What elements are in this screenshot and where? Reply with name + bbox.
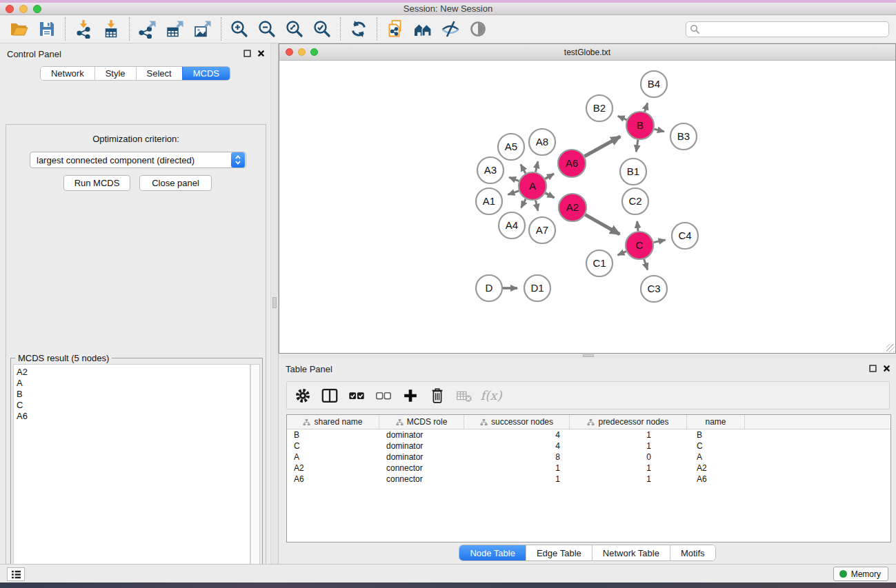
graph-node-B[interactable]: B: [626, 112, 654, 139]
column-header-predecessor-nodes[interactable]: predecessor nodes: [570, 415, 687, 429]
graph-node-D1[interactable]: D1: [524, 275, 550, 301]
zoom-fit-button[interactable]: [281, 17, 308, 41]
toolbar-separator: [65, 17, 66, 41]
graph-node-B4[interactable]: B4: [641, 71, 667, 97]
table-row[interactable]: A2connector11A2: [287, 463, 890, 474]
splitter-grip[interactable]: [583, 354, 594, 357]
graph-node-C1[interactable]: C1: [586, 250, 613, 276]
panel-splitter-vertical[interactable]: [270, 43, 279, 564]
import-network-button[interactable]: [70, 17, 97, 41]
attribute-tree-icon: [396, 418, 404, 426]
graph-node-C2[interactable]: C2: [622, 188, 648, 214]
graph-node-A5[interactable]: A5: [498, 134, 524, 160]
result-list-item[interactable]: A: [17, 378, 250, 389]
graph-node-C4[interactable]: C4: [672, 223, 698, 249]
run-mcds-button[interactable]: Run MCDS: [63, 175, 130, 191]
open-session-button[interactable]: [6, 17, 33, 41]
table-cell: 4: [464, 440, 570, 452]
graph-node-A4[interactable]: A4: [499, 212, 525, 239]
tab-edge-table[interactable]: Edge Table: [526, 545, 592, 560]
table-cell: A: [287, 452, 379, 463]
zoom-in-button[interactable]: [226, 17, 253, 41]
result-scrollbar[interactable]: [250, 364, 260, 588]
mcds-result-title: MCDS result (5 nodes): [15, 353, 112, 363]
result-list-item[interactable]: A2: [17, 367, 250, 378]
network-canvas[interactable]: AA1A2A3A4A5A6A7A8BB1B2B3B4CC1C2C3C4DD1: [279, 61, 895, 353]
zoom-selected-button[interactable]: [308, 17, 336, 41]
node-table: shared nameMCDS rolesuccessor nodesprede…: [286, 414, 891, 543]
table-row[interactable]: Bdominator41B: [287, 429, 890, 440]
graph-node-B1[interactable]: B1: [620, 159, 646, 185]
float-panel-icon[interactable]: [869, 365, 877, 372]
tab-motifs[interactable]: Motifs: [670, 545, 715, 560]
node-label: A8: [536, 136, 548, 148]
hide-graphics-details-button[interactable]: [437, 17, 464, 41]
delete-columns-button[interactable]: [427, 385, 448, 407]
zoom-out-button[interactable]: [253, 17, 281, 41]
close-panel-button[interactable]: Close panel: [139, 175, 212, 191]
tab-node-table[interactable]: Node Table: [459, 545, 526, 560]
table-settings-button[interactable]: [292, 385, 313, 407]
column-header-MCDS-role[interactable]: MCDS role: [379, 415, 464, 429]
clone-network-button[interactable]: [381, 17, 409, 41]
search-input[interactable]: [686, 21, 889, 37]
graph-node-B2[interactable]: B2: [586, 95, 613, 121]
tab-mcds[interactable]: MCDS: [182, 67, 230, 80]
table-cell: 1: [570, 429, 687, 440]
graph-node-A7[interactable]: A7: [529, 217, 555, 243]
deselect-all-columns-button[interactable]: [373, 385, 394, 407]
table-cell: 4: [464, 429, 570, 440]
resize-grip-icon[interactable]: [886, 344, 895, 352]
home-views-button[interactable]: [409, 17, 437, 41]
toggle-graphics-details-button[interactable]: [464, 17, 492, 41]
result-list-item[interactable]: C: [17, 400, 250, 411]
splitter-grip[interactable]: [272, 297, 277, 308]
memory-button[interactable]: Memory: [833, 567, 888, 581]
table-body: Bdominator41BCdominator41CAdominator80AA…: [287, 429, 890, 485]
node-label: C4: [678, 230, 691, 241]
close-panel-icon[interactable]: [883, 365, 890, 372]
tab-network-table[interactable]: Network Table: [592, 545, 670, 560]
graph-node-A3[interactable]: A3: [477, 157, 504, 183]
panel-splitter-horizontal[interactable]: [279, 354, 896, 358]
node-label: A5: [505, 141, 517, 152]
table-row[interactable]: Cdominator41C: [287, 440, 890, 452]
close-panel-icon[interactable]: [257, 50, 265, 57]
criterion-dropdown-value: largest connected component (directed): [30, 155, 231, 165]
graph-node-A2[interactable]: A2: [559, 194, 586, 221]
import-table-button[interactable]: [97, 17, 125, 41]
tab-select[interactable]: Select: [136, 67, 182, 80]
graph-node-C3[interactable]: C3: [641, 276, 667, 302]
export-network-button[interactable]: [134, 17, 161, 41]
task-history-button[interactable]: [7, 567, 25, 581]
graph-node-A[interactable]: A: [519, 172, 546, 200]
criterion-dropdown[interactable]: largest connected component (directed): [30, 152, 246, 168]
tab-network[interactable]: Network: [41, 67, 94, 80]
node-label: C: [636, 239, 644, 251]
table-cell: connector: [379, 463, 464, 474]
table-column-layout-button[interactable]: [319, 385, 340, 407]
save-session-button[interactable]: [33, 17, 61, 41]
graph-node-C[interactable]: C: [626, 232, 653, 259]
create-new-column-button[interactable]: [400, 385, 421, 407]
node-label: C3: [647, 283, 660, 294]
graph-node-D[interactable]: D: [476, 275, 502, 301]
table-row[interactable]: Adominator80A: [287, 452, 890, 463]
graph-node-A1[interactable]: A1: [476, 188, 502, 214]
column-header-shared-name[interactable]: shared name: [287, 415, 379, 429]
graph-node-B3[interactable]: B3: [670, 123, 697, 150]
table-cell: B: [287, 429, 379, 440]
export-image-button[interactable]: [189, 17, 217, 41]
result-list-item[interactable]: A6: [17, 411, 250, 422]
float-panel-icon[interactable]: [243, 50, 251, 57]
tab-style[interactable]: Style: [94, 67, 136, 80]
column-header-successor-nodes[interactable]: successor nodes: [464, 415, 570, 429]
apply-layout-button[interactable]: [345, 17, 372, 41]
result-list-item[interactable]: B: [17, 389, 250, 400]
export-table-button[interactable]: [161, 17, 189, 41]
select-all-columns-button[interactable]: [346, 385, 367, 407]
graph-node-A8[interactable]: A8: [529, 129, 555, 155]
column-header-name[interactable]: name: [687, 415, 745, 429]
table-row[interactable]: A6connector11A6: [287, 474, 890, 485]
graph-node-A6[interactable]: A6: [558, 150, 586, 177]
